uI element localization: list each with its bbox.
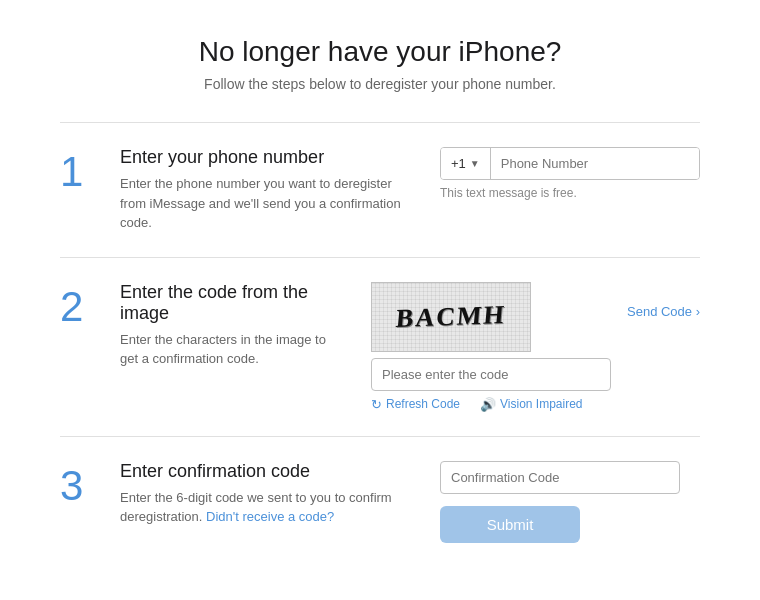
free-text-label: This text message is free. [440,186,700,200]
step-2-content: Enter the code from the image Enter the … [120,282,347,369]
country-code-selector[interactable]: +1 ▼ [441,148,491,179]
vision-impaired-label: Vision Impaired [500,397,583,411]
step-3-description: Enter the 6-digit code we sent to you to… [120,488,416,527]
step-3-input-area: Submit [440,461,700,543]
send-code-button[interactable]: Send Code › [627,304,700,319]
captcha-image: BACMH [371,282,531,352]
page-wrapper: No longer have your iPhone? Follow the s… [0,0,760,587]
captcha-code-input[interactable] [371,358,611,391]
step-3: 3 Enter confirmation code Enter the 6-di… [60,436,700,567]
vision-impaired-button[interactable]: 🔊 Vision Impaired [480,397,583,412]
step-3-title: Enter confirmation code [120,461,416,482]
confirmation-code-input[interactable] [440,461,680,494]
refresh-code-button[interactable]: ↻ Refresh Code [371,397,460,412]
step-1: 1 Enter your phone number Enter the phon… [60,122,700,257]
phone-number-input[interactable] [491,148,699,179]
step-2: 2 Enter the code from the image Enter th… [60,257,700,436]
step-1-title: Enter your phone number [120,147,416,168]
step-3-content: Enter confirmation code Enter the 6-digi… [120,461,416,527]
refresh-icon: ↻ [371,397,382,412]
no-code-link[interactable]: Didn't receive a code? [206,509,334,524]
refresh-code-label: Refresh Code [386,397,460,411]
step-1-number: 1 [60,151,96,193]
page-header: No longer have your iPhone? Follow the s… [0,0,760,112]
captcha-actions: ↻ Refresh Code 🔊 Vision Impaired [371,397,611,412]
country-code-value: +1 [451,156,466,171]
submit-button[interactable]: Submit [440,506,580,543]
step-2-number: 2 [60,286,96,328]
step-1-description: Enter the phone number you want to dereg… [120,174,416,233]
speaker-icon: 🔊 [480,397,496,412]
step-3-number: 3 [60,465,96,507]
step-2-input-area: BACMH ↻ Refresh Code 🔊 Vision Impaired [371,282,700,412]
chevron-down-icon: ▼ [470,158,480,169]
captcha-text: BACMH [395,300,507,334]
step-1-content: Enter your phone number Enter the phone … [120,147,416,233]
step-1-input-area: +1 ▼ This text message is free. [440,147,700,200]
step-2-title: Enter the code from the image [120,282,347,324]
steps-container: 1 Enter your phone number Enter the phon… [0,112,760,587]
step-2-description: Enter the characters in the image to get… [120,330,347,369]
captcha-section: BACMH ↻ Refresh Code 🔊 Vision Impaired [371,282,700,412]
page-title: No longer have your iPhone? [20,36,740,68]
phone-input-row: +1 ▼ [440,147,700,180]
page-subtitle: Follow the steps below to deregister you… [20,76,740,92]
